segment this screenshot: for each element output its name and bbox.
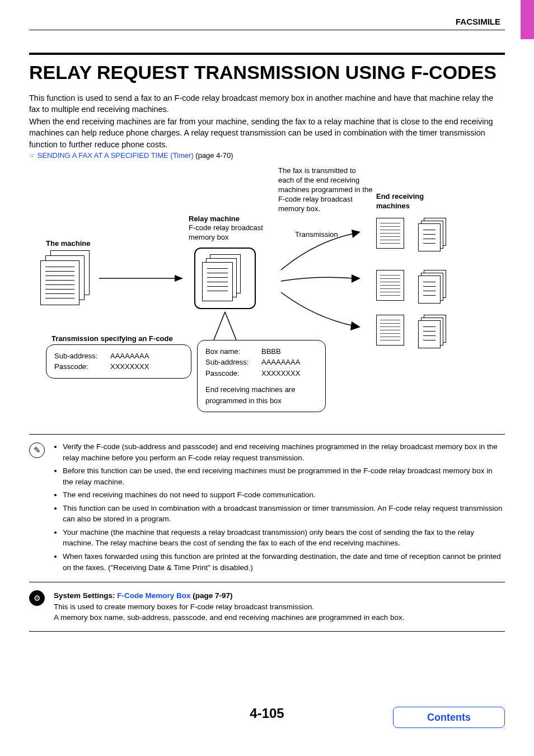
- sys-line1: This is used to create memory boxes for …: [54, 601, 405, 613]
- relay-label: Relay machine: [189, 214, 240, 224]
- box2-name-val: BBBB: [261, 346, 281, 357]
- box2-pass-val: XXXXXXXX: [261, 368, 300, 379]
- end-machine-1-icon: [376, 218, 404, 249]
- note-6: When faxes forwarded using this function…: [63, 551, 505, 573]
- box2-connector-icon: [208, 309, 242, 343]
- note-5: Your machine (the machine that requests …: [63, 527, 505, 549]
- sys-page-ref: (page 7-97): [191, 591, 233, 600]
- svg-marker-2: [352, 230, 360, 238]
- contents-button[interactable]: Contents: [393, 707, 505, 728]
- svg-marker-1: [175, 275, 183, 282]
- source-doc-icon: [40, 250, 91, 301]
- end-doc-2-icon: [418, 270, 452, 320]
- pencil-note-icon: ✎: [29, 442, 45, 458]
- fcode-box-2: Box name:BBBB Sub-address:AAAAAAAA Passc…: [197, 340, 326, 413]
- end-machine-2-icon: [376, 270, 404, 301]
- title-top-rule: [29, 53, 505, 55]
- notes-list: Verify the F-code (sub-address and passc…: [54, 441, 505, 575]
- broadcast-note: The fax is transmitted to each of the en…: [278, 166, 373, 213]
- intro-p1: This function is used to send a fax to a…: [29, 92, 505, 115]
- pointer-icon: ☞: [29, 152, 35, 160]
- section-side-tab: [521, 0, 534, 39]
- page-title: RELAY REQUEST TRANSMISSION USING F-CODES: [29, 60, 505, 85]
- end-machines-label: End receiving machines: [376, 192, 443, 211]
- end-machine-3-icon: [376, 315, 404, 346]
- note-3: The end receiving machines do not need t…: [63, 489, 505, 501]
- svg-line-6: [225, 312, 236, 340]
- arrow-to-relay-icon: [96, 267, 186, 290]
- page-body: FACSIMILE RELAY REQUEST TRANSMISSION USI…: [0, 0, 534, 632]
- box1-subaddr-label: Sub-address:: [54, 351, 110, 362]
- broadcast-arrows-icon: [264, 222, 371, 340]
- svg-marker-4: [350, 321, 360, 330]
- gear-icon: ⚙: [29, 590, 45, 606]
- notes-block: ✎ Verify the F-code (sub-address and pas…: [29, 439, 505, 577]
- note-1: Verify the F-code (sub-address and passc…: [63, 441, 505, 463]
- system-settings-text: System Settings: F-Code Memory Box (page…: [54, 590, 405, 623]
- note-4: This function can be used in combination…: [63, 503, 505, 525]
- box2-pass-label: Passcode:: [205, 368, 261, 379]
- notes-top-rule: [29, 434, 505, 435]
- notes-bottom-rule: [29, 631, 505, 632]
- sys-line2: A memory box name, sub-address, passcode…: [54, 612, 405, 623]
- system-settings-block: ⚙ System Settings: F-Code Memory Box (pa…: [29, 587, 505, 627]
- fcode-box-1: Sub-address:AAAAAAAA Passcode:XXXXXXXX: [46, 344, 191, 379]
- relay-diagram: The machine Relay machine F-code relay b…: [29, 166, 505, 430]
- notes-mid-rule: [29, 582, 505, 582]
- box2-footer: End receiving machines are programmed in…: [205, 384, 317, 406]
- header-rule: [29, 30, 505, 30]
- section-header: FACSIMILE: [29, 17, 505, 26]
- cross-reference: ☞ SENDING A FAX AT A SPECIFIED TIME (Tim…: [29, 151, 505, 160]
- svg-marker-3: [352, 274, 360, 283]
- fcode-memory-box-link[interactable]: F-Code Memory Box: [117, 591, 190, 600]
- note-2: Before this function can be used, the en…: [63, 465, 505, 487]
- box2-subaddr-val: AAAAAAAA: [261, 357, 300, 368]
- timer-page-ref: (page 4-70): [194, 151, 233, 160]
- box1-subaddr-val: AAAAAAAA: [110, 351, 149, 362]
- svg-line-5: [214, 312, 225, 340]
- sys-prefix: System Settings:: [54, 591, 117, 600]
- box1-pass-label: Passcode:: [54, 361, 110, 372]
- machine-label: The machine: [46, 239, 90, 249]
- box1-pass-val: XXXXXXXX: [110, 361, 149, 372]
- relay-box-icon: [194, 248, 256, 309]
- timer-link[interactable]: SENDING A FAX AT A SPECIFIED TIME (Timer…: [38, 151, 194, 160]
- box2-subaddr-label: Sub-address:: [205, 357, 261, 368]
- box2-name-label: Box name:: [205, 346, 261, 357]
- spec-label: Transmission specifying an F-code: [51, 334, 173, 344]
- end-doc-3-icon: [418, 315, 452, 365]
- intro-p2: When the end receiving machines are far …: [29, 116, 505, 150]
- end-doc-1-icon: [418, 218, 452, 268]
